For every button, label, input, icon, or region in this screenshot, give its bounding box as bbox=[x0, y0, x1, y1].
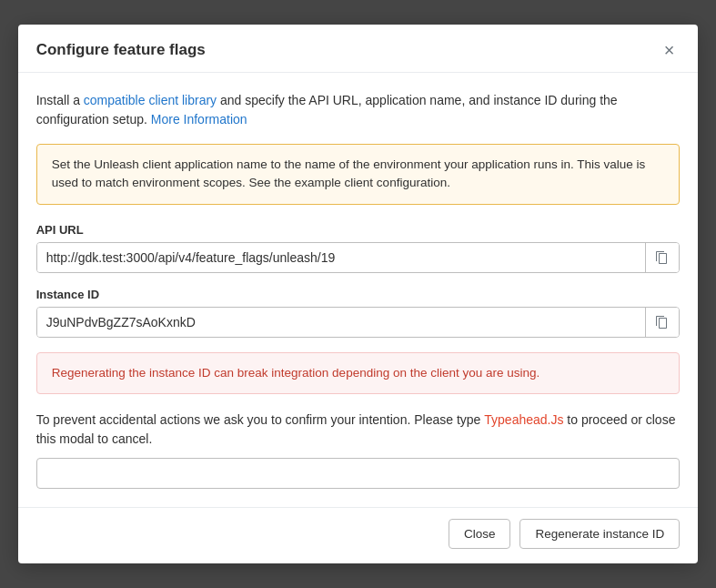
warning-text: Set the Unleash client application name … bbox=[52, 157, 646, 189]
danger-text: Regenerating the instance ID can break i… bbox=[52, 366, 540, 380]
copy-icon bbox=[655, 250, 670, 265]
regenerate-instance-id-button[interactable]: Regenerate instance ID bbox=[519, 519, 680, 549]
modal-body: Install a compatible client library and … bbox=[18, 73, 699, 507]
modal-close-button[interactable]: × bbox=[659, 39, 681, 61]
api-url-input-group bbox=[36, 242, 681, 273]
warning-box: Set the Unleash client application name … bbox=[36, 144, 681, 205]
modal-header: Configure feature flags × bbox=[18, 25, 699, 73]
danger-warning-box: Regenerating the instance ID can break i… bbox=[36, 352, 681, 394]
confirm-text-before: To prevent accidental actions we ask you… bbox=[36, 412, 485, 427]
api-url-input[interactable] bbox=[37, 243, 646, 272]
confirm-text-input[interactable] bbox=[36, 458, 681, 489]
modal-title: Configure feature flags bbox=[36, 41, 206, 59]
copy-icon-2 bbox=[655, 315, 670, 329]
confirm-app-name: Typeahead.Js bbox=[484, 412, 563, 427]
intro-text-before: Install a bbox=[36, 93, 84, 107]
instance-id-copy-button[interactable] bbox=[645, 308, 679, 337]
api-url-label: API URL bbox=[36, 223, 681, 237]
close-button[interactable]: Close bbox=[449, 519, 511, 549]
modal-footer: Close Regenerate instance ID bbox=[18, 507, 699, 563]
api-url-copy-button[interactable] bbox=[645, 243, 679, 272]
instance-id-input[interactable] bbox=[37, 308, 646, 337]
instance-id-input-group bbox=[36, 307, 681, 338]
instance-id-label: Instance ID bbox=[36, 288, 681, 301]
intro-paragraph: Install a compatible client library and … bbox=[36, 91, 681, 129]
modal-dialog: Configure feature flags × Install a comp… bbox=[18, 25, 699, 563]
compatible-client-library-link[interactable]: compatible client library bbox=[84, 93, 217, 107]
modal-overlay: Configure feature flags × Install a comp… bbox=[0, 0, 716, 588]
more-information-link[interactable]: More Information bbox=[151, 112, 247, 127]
confirm-paragraph: To prevent accidental actions we ask you… bbox=[36, 411, 681, 449]
